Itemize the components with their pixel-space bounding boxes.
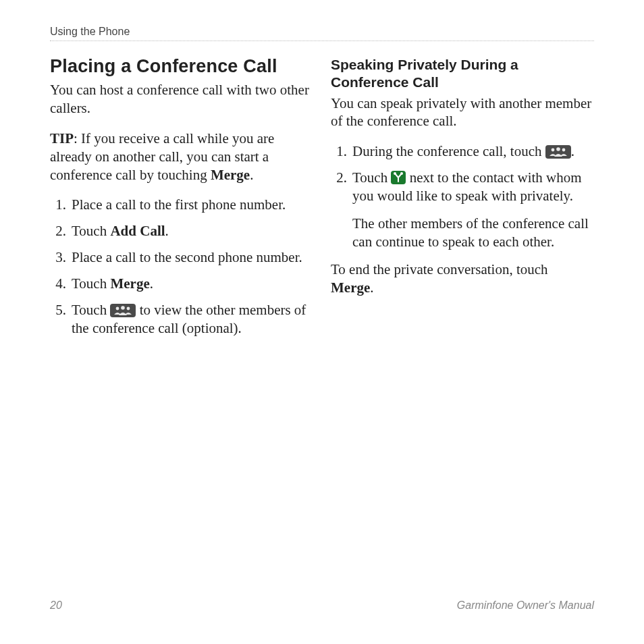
right-column: Speaking Privately During a Conference C… bbox=[331, 56, 594, 346]
page-number: 20 bbox=[50, 599, 62, 612]
r-step-1a: During the conference call, touch bbox=[352, 143, 545, 159]
r-step-2a: Touch bbox=[352, 169, 391, 186]
step-2: Touch Add Call. bbox=[65, 222, 313, 240]
r-step-1b: . bbox=[571, 143, 574, 159]
step-4a: Touch bbox=[72, 275, 110, 292]
step-5a: Touch bbox=[72, 302, 110, 318]
step-4c: . bbox=[150, 275, 153, 292]
tip-label: TIP bbox=[50, 130, 74, 146]
tip-merge: Merge bbox=[211, 167, 250, 183]
closing-a: To end the private conversation, touch bbox=[331, 261, 548, 277]
step-2-add-call: Add Call bbox=[110, 223, 165, 239]
svg-point-0 bbox=[116, 306, 119, 310]
intro-paragraph: You can host a conference call with two … bbox=[50, 81, 313, 117]
svg-point-4 bbox=[556, 147, 560, 151]
header-rule: Using the Phone bbox=[50, 26, 594, 41]
section-header: Using the Phone bbox=[50, 26, 130, 37]
members-icon bbox=[545, 145, 571, 159]
svg-point-1 bbox=[122, 306, 126, 310]
svg-point-6 bbox=[394, 172, 396, 175]
step-3: Place a call to the second phone number. bbox=[65, 248, 313, 267]
steps-list-left: Place a call to the first phone number. … bbox=[50, 196, 313, 337]
steps-list-right: During the conference call, touch . Touc… bbox=[331, 142, 594, 250]
svg-point-3 bbox=[551, 149, 554, 152]
step-4-merge: Merge bbox=[110, 275, 149, 292]
manual-title: Garminfone Owner's Manual bbox=[457, 599, 594, 612]
svg-point-2 bbox=[127, 306, 130, 310]
footer: 20 Garminfone Owner's Manual bbox=[50, 599, 594, 612]
heading-placing-conference-call: Placing a Conference Call bbox=[50, 56, 313, 77]
left-column: Placing a Conference Call You can host a… bbox=[50, 56, 313, 346]
step-4: Touch Merge. bbox=[65, 275, 313, 293]
step-5: Touch to view the other members of the c… bbox=[65, 301, 313, 338]
closing-paragraph: To end the private conversation, touch M… bbox=[331, 261, 594, 297]
intro-paragraph-right: You can speak privately with another mem… bbox=[331, 95, 594, 131]
tip-text-b: . bbox=[250, 167, 253, 183]
tip-sep: : bbox=[74, 130, 81, 146]
step-2a: Touch bbox=[72, 223, 110, 239]
svg-point-7 bbox=[400, 172, 403, 175]
closing-b: . bbox=[370, 279, 373, 296]
step-2c: . bbox=[165, 223, 169, 239]
split-icon bbox=[391, 171, 406, 184]
step-3-text: Place a call to the second phone number. bbox=[72, 249, 302, 265]
r-step-2-continue: The other members of the conference call… bbox=[352, 215, 594, 251]
members-icon bbox=[110, 304, 136, 317]
r-step-1: During the conference call, touch . bbox=[346, 142, 594, 161]
step-1-text: Place a call to the first phone number. bbox=[72, 196, 286, 213]
content-columns: Placing a Conference Call You can host a… bbox=[50, 56, 594, 346]
step-1: Place a call to the first phone number. bbox=[65, 196, 313, 214]
heading-speaking-privately: Speaking Privately During a Conference C… bbox=[331, 56, 594, 92]
r-step-2: Touch next to the contact with who bbox=[346, 169, 594, 251]
tip-paragraph: TIP: If you receive a call while you are… bbox=[50, 130, 313, 184]
closing-merge: Merge bbox=[331, 279, 370, 296]
svg-point-5 bbox=[562, 149, 565, 152]
